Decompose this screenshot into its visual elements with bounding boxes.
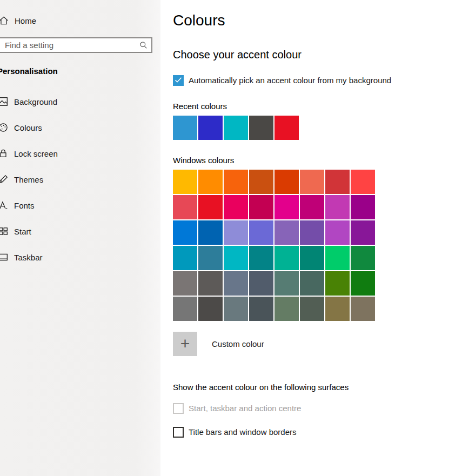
windows-colours-heading: Windows colours — [173, 156, 462, 165]
start-taskbar-label: Start, taskbar and action centre — [189, 404, 301, 413]
colour-swatch[interactable] — [325, 220, 350, 245]
colour-swatch[interactable] — [325, 195, 350, 219]
sidebar-item-label: Lock screen — [14, 149, 58, 158]
colour-swatch[interactable] — [173, 246, 197, 270]
custom-colour-button[interactable]: + — [173, 332, 197, 356]
sidebar-item-fonts[interactable]: Fonts — [0, 192, 160, 218]
title-bars-label: Title bars and window borders — [189, 427, 297, 437]
sidebar-section-heading: Personalisation — [0, 66, 160, 76]
colour-swatch[interactable] — [274, 271, 299, 296]
colour-swatch[interactable] — [173, 116, 197, 140]
colour-swatch[interactable] — [249, 246, 273, 270]
settings-window: Home Personalisation Background — [0, 0, 462, 476]
colour-swatch[interactable] — [274, 246, 299, 270]
colour-swatch[interactable] — [300, 220, 324, 245]
sidebar-item-home[interactable]: Home — [0, 15, 160, 26]
surfaces-heading: Show the accent colour on the following … — [173, 383, 462, 392]
colour-swatch[interactable] — [249, 170, 273, 194]
colour-swatch[interactable] — [249, 116, 273, 140]
colour-swatch[interactable] — [274, 170, 299, 194]
home-label: Home — [15, 16, 36, 25]
colour-swatch[interactable] — [173, 170, 197, 194]
colour-swatch[interactable] — [224, 116, 248, 140]
recent-colours-heading: Recent colours — [173, 102, 462, 111]
colour-swatch[interactable] — [325, 246, 350, 270]
colour-swatch[interactable] — [249, 271, 273, 296]
sidebar-item-label: Themes — [14, 175, 43, 184]
background-icon — [0, 97, 8, 106]
colour-swatch[interactable] — [249, 195, 273, 219]
colours-icon — [0, 123, 8, 132]
search-box — [0, 37, 152, 53]
colour-swatch[interactable] — [325, 271, 350, 296]
colour-swatch[interactable] — [198, 170, 223, 194]
colour-swatch[interactable] — [224, 271, 248, 296]
fonts-icon — [0, 200, 8, 210]
sidebar-item-colours[interactable]: Colours — [0, 115, 160, 140]
colour-swatch[interactable] — [173, 271, 197, 296]
colour-swatch[interactable] — [249, 297, 273, 321]
auto-accent-label: Automatically pick an accent colour from… — [189, 76, 391, 85]
colour-swatch[interactable] — [300, 170, 324, 194]
taskbar-icon — [0, 252, 8, 262]
colour-swatch[interactable] — [274, 195, 299, 219]
checkmark-icon — [175, 76, 182, 85]
sidebar-item-taskbar[interactable]: Taskbar — [0, 244, 160, 270]
sidebar-item-label: Colours — [14, 123, 42, 132]
colour-swatch[interactable] — [300, 195, 324, 219]
colours-settings-page: Colours Choose your accent colour Automa… — [160, 0, 462, 476]
colour-swatch[interactable] — [198, 297, 223, 321]
colour-swatch[interactable] — [224, 297, 248, 321]
custom-colour-row: + Custom colour — [173, 332, 462, 356]
custom-colour-label: Custom colour — [212, 339, 264, 348]
sidebar-item-label: Fonts — [14, 201, 35, 210]
accent-section-heading: Choose your accent colour — [173, 49, 462, 61]
colour-swatch[interactable] — [173, 220, 197, 245]
colour-swatch[interactable] — [351, 220, 375, 245]
colour-swatch[interactable] — [274, 220, 299, 245]
colour-swatch[interactable] — [300, 271, 324, 296]
sidebar-item-lock-screen[interactable]: Lock screen — [0, 140, 160, 166]
sidebar-item-themes[interactable]: Themes — [0, 166, 160, 192]
colour-swatch[interactable] — [351, 170, 375, 194]
search-icon[interactable] — [139, 41, 148, 49]
home-icon — [0, 16, 9, 25]
colour-swatch[interactable] — [173, 195, 197, 219]
colour-swatch[interactable] — [198, 271, 223, 296]
colour-swatch[interactable] — [325, 170, 350, 194]
auto-accent-checkbox[interactable] — [173, 75, 184, 86]
colour-swatch[interactable] — [351, 297, 375, 321]
colour-swatch[interactable] — [224, 195, 248, 219]
colour-swatch[interactable] — [198, 246, 223, 270]
sidebar-item-start[interactable]: Start — [0, 218, 160, 244]
colour-swatch[interactable] — [198, 220, 223, 245]
colour-swatch[interactable] — [351, 271, 375, 296]
sidebar-item-label: Background — [14, 97, 57, 106]
search-input[interactable] — [0, 38, 138, 52]
colour-swatch[interactable] — [224, 220, 248, 245]
colour-swatch[interactable] — [300, 297, 324, 321]
colour-swatch[interactable] — [224, 246, 248, 270]
colour-swatch[interactable] — [351, 195, 375, 219]
colour-swatch[interactable] — [198, 195, 223, 219]
colour-swatch[interactable] — [300, 246, 324, 270]
colour-swatch[interactable] — [224, 170, 248, 194]
colour-swatch[interactable] — [249, 220, 273, 245]
colour-swatch[interactable] — [351, 246, 375, 270]
colour-swatch[interactable] — [198, 116, 223, 140]
title-bars-checkbox[interactable] — [173, 427, 184, 438]
surface-title-bars-row: Title bars and window borders — [173, 427, 462, 438]
plus-icon: + — [180, 336, 190, 352]
colour-swatch[interactable] — [325, 297, 350, 321]
colour-swatch[interactable] — [173, 297, 197, 321]
themes-icon — [0, 175, 8, 184]
sidebar-item-label: Taskbar — [14, 253, 43, 262]
sidebar-item-background[interactable]: Background — [0, 89, 160, 115]
start-taskbar-checkbox — [173, 403, 184, 414]
surface-start-taskbar-row: Start, taskbar and action centre — [173, 403, 462, 414]
colour-swatch[interactable] — [274, 116, 299, 140]
settings-sidebar: Home Personalisation Background — [0, 0, 160, 476]
colour-swatch[interactable] — [274, 297, 299, 321]
auto-accent-checkbox-row: Automatically pick an accent colour from… — [173, 75, 462, 86]
start-icon — [0, 226, 8, 236]
